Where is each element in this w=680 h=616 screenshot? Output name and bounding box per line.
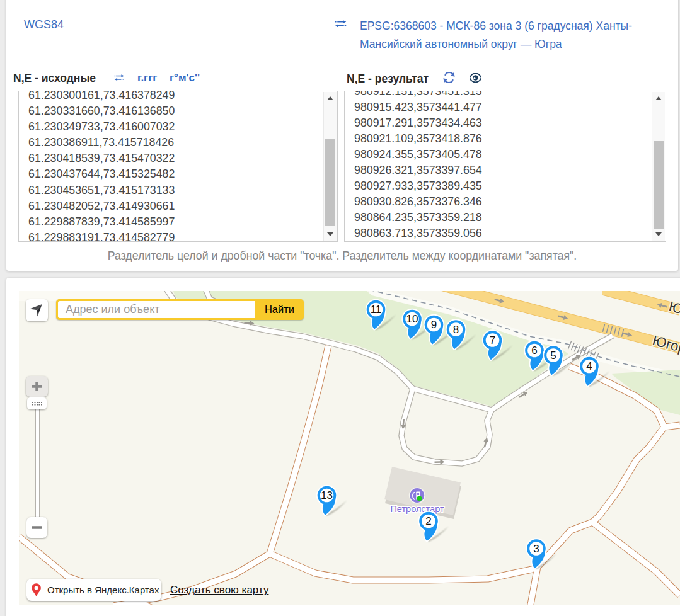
svg-text:2: 2: [425, 515, 431, 527]
svg-text:6: 6: [531, 345, 537, 356]
svg-text:9: 9: [431, 319, 437, 331]
svg-text:4: 4: [586, 360, 592, 372]
svg-text:10: 10: [406, 313, 418, 325]
svg-text:5: 5: [550, 350, 556, 362]
svg-text:11: 11: [371, 304, 382, 316]
svg-text:13: 13: [321, 489, 333, 501]
svg-text:7: 7: [490, 334, 495, 346]
svg-text:3: 3: [533, 543, 539, 555]
svg-text:8: 8: [453, 324, 459, 336]
svg-text:Петролстарт: Петролстарт: [390, 504, 444, 514]
